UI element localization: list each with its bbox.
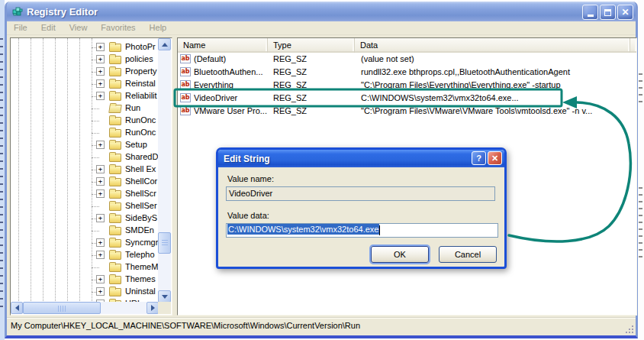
value-row-everything[interactable]: abEverythingREG_SZ"C:\Program Files\Ever… — [178, 79, 636, 92]
folder-icon — [109, 117, 121, 125]
tree-item-themem[interactable]: ThemeM — [11, 261, 159, 274]
expand-plus-icon[interactable]: + — [96, 165, 105, 173]
tree-item-runonc[interactable]: RunOnc — [11, 115, 159, 127]
tree-item-themes[interactable]: +Themes — [11, 274, 159, 286]
scroll-up-button[interactable] — [158, 38, 171, 50]
expand-plus-icon[interactable]: + — [96, 189, 105, 198]
scroll-right-button[interactable] — [147, 302, 159, 314]
tree-item-label: Reliabilit — [125, 91, 157, 100]
column-header-type[interactable]: Type — [268, 38, 355, 53]
folder-icon — [109, 92, 121, 101]
horizontal-scroll-thumb[interactable] — [23, 302, 101, 314]
tree-item-policies[interactable]: +policies — [11, 53, 159, 66]
tree-item-label: SMDEn — [125, 225, 154, 235]
status-path: My Computer\HKEY_LOCAL_MACHINE\SOFTWARE\… — [11, 321, 360, 330]
scroll-left-button[interactable] — [11, 302, 23, 314]
menu-item-file[interactable]: File — [7, 21, 34, 34]
tree-item-shellcor[interactable]: +ShellCor — [11, 176, 159, 188]
tree-item-syncmgr[interactable]: +Syncmgr — [11, 237, 159, 249]
value-row-vmware-user-pro-[interactable]: abVMware User Pro...REG_SZ"C:\Program Fi… — [178, 105, 636, 118]
folder-icon — [109, 288, 121, 296]
minimize-button[interactable] — [582, 5, 598, 20]
value-name-cell: Everything — [194, 80, 267, 89]
vertical-scroll-thumb[interactable] — [158, 232, 171, 254]
help-button[interactable]: ? — [472, 151, 486, 165]
tree-item-telepho[interactable]: +Telepho — [11, 249, 159, 261]
menu-bar: FileEditViewFavoritesHelp — [7, 21, 636, 35]
value-data-field[interactable]: C:\WINDOWS\system32\vmx32to64.exe — [226, 223, 498, 238]
registry-tree-panel[interactable]: +PhotoPr+policies+Property+Reinstal+Reli… — [10, 37, 172, 316]
tree-connector — [92, 157, 99, 158]
column-header-data[interactable]: Data — [355, 38, 630, 53]
tree-item-smden[interactable]: SMDEn — [11, 225, 159, 237]
dialog-title-bar[interactable]: Edit String ? ✕ — [218, 150, 504, 167]
dialog-close-button[interactable]: ✕ — [488, 151, 502, 165]
resize-grip[interactable] — [625, 325, 635, 335]
close-button[interactable]: ✕ — [617, 5, 633, 20]
tree-item-label: Uninstal — [125, 287, 156, 296]
menu-item-edit[interactable]: Edit — [34, 21, 63, 34]
title-bar[interactable]: Registry Editor ✕ — [7, 2, 636, 21]
tree-item-uninstal[interactable]: +Uninstal — [11, 286, 159, 298]
tree-connector — [92, 121, 99, 121]
value-row-bluetoothauthen-[interactable]: abBluetoothAuthen...REG_SZrundll32.exe b… — [178, 66, 636, 79]
tree-item-reliabilit[interactable]: +Reliabilit — [11, 90, 159, 102]
expand-plus-icon[interactable]: + — [96, 275, 105, 283]
menu-item-favorites[interactable]: Favorites — [94, 21, 142, 34]
value-data-cell: (value not set) — [361, 54, 633, 63]
menu-item-help[interactable]: Help — [143, 21, 174, 34]
dialog-title: Edit String — [218, 154, 270, 164]
tree-vertical-scrollbar[interactable] — [158, 38, 171, 303]
tree-item-shellser[interactable]: ShellSer — [11, 200, 159, 212]
tree-item-sidebys[interactable]: +SideByS — [11, 212, 159, 225]
value-row-videodriver[interactable]: abVideoDriverREG_SZC:\WINDOWS\system32\v… — [178, 92, 636, 105]
expand-plus-icon[interactable]: + — [96, 43, 105, 51]
value-type-cell: REG_SZ — [273, 54, 353, 63]
folder-icon — [109, 239, 121, 248]
tree-item-label: ThemeM — [125, 262, 158, 271]
tree-item-photopr[interactable]: +PhotoPr — [11, 41, 159, 53]
expand-plus-icon[interactable]: + — [96, 79, 105, 88]
expand-plus-icon[interactable]: + — [96, 214, 105, 222]
value-name-cell: (Default) — [194, 54, 267, 63]
tree-item-label: RunOnc — [125, 128, 156, 137]
tree-item-label: policies — [125, 54, 153, 63]
folder-icon — [109, 129, 121, 138]
scroll-down-button[interactable] — [158, 290, 171, 303]
column-header-name[interactable]: Name — [178, 38, 268, 53]
tree-item-property[interactable]: +Property — [11, 66, 159, 78]
tree-item-sharedd[interactable]: SharedD — [11, 151, 159, 164]
tree-item-shell-ex[interactable]: +Shell Ex — [11, 164, 159, 176]
tree-item-shellscr[interactable]: +ShellScr — [11, 188, 159, 200]
string-value-icon: ab — [180, 54, 191, 63]
tree-horizontal-scrollbar[interactable] — [11, 302, 159, 314]
value-name-field[interactable]: VideoDriver — [226, 186, 495, 201]
value-data-cell: "C:\Program Files\VMware\VMware Tools\vm… — [361, 106, 633, 115]
tree-item-runonc[interactable]: RunOnc — [11, 127, 159, 139]
tree-connector — [92, 108, 99, 109]
maximize-button[interactable] — [600, 5, 616, 20]
ok-button[interactable]: OK — [371, 246, 429, 263]
tree-item-reinstal[interactable]: +Reinstal — [11, 78, 159, 90]
expand-plus-icon[interactable]: + — [96, 92, 105, 100]
value-type-cell: REG_SZ — [273, 106, 353, 115]
expand-plus-icon[interactable]: + — [96, 55, 105, 63]
folder-icon — [109, 202, 121, 211]
expand-plus-icon[interactable]: + — [96, 238, 105, 247]
value-row--default-[interactable]: ab(Default)REG_SZ(value not set) — [178, 53, 636, 66]
value-name-cell: VideoDriver — [194, 93, 267, 102]
tree-item-label: Telepho — [125, 250, 155, 259]
cancel-button[interactable]: Cancel — [439, 246, 497, 263]
background-ruler-ticks — [0, 32, 3, 312]
expand-plus-icon[interactable]: + — [96, 67, 105, 76]
expand-plus-icon[interactable]: + — [96, 177, 105, 186]
expand-plus-icon[interactable]: + — [96, 287, 105, 296]
string-value-icon: ab — [180, 93, 191, 102]
tree-item-label: ShellSer — [125, 201, 157, 210]
value-data-label: Value data: — [227, 211, 269, 220]
tree-item-setup[interactable]: +Setup — [11, 139, 159, 151]
tree-item-run[interactable]: Run — [11, 102, 159, 115]
menu-item-view[interactable]: View — [63, 21, 95, 34]
expand-plus-icon[interactable]: + — [96, 251, 105, 259]
expand-plus-icon[interactable]: + — [96, 141, 105, 149]
